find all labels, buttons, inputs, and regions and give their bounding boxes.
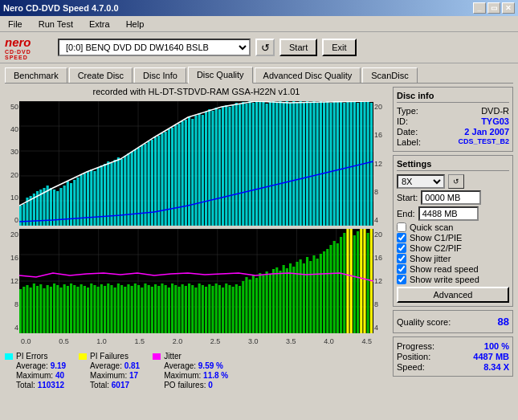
svg-rect-76 xyxy=(228,107,230,226)
speed-value: 8.34 X xyxy=(483,362,509,372)
svg-rect-140 xyxy=(47,285,49,333)
svg-rect-112 xyxy=(350,102,353,226)
advanced-button[interactable]: Advanced xyxy=(397,287,509,303)
position-value: 4487 MB xyxy=(473,352,509,361)
tab-createdisc[interactable]: Create Disc xyxy=(69,67,133,83)
svg-rect-157 xyxy=(104,286,106,333)
quality-row: Quality score: 88 xyxy=(397,316,509,328)
svg-rect-231 xyxy=(353,235,356,333)
svg-rect-78 xyxy=(235,103,238,226)
svg-rect-192 xyxy=(222,287,224,333)
end-label: End: xyxy=(397,209,415,218)
end-input[interactable] xyxy=(418,206,479,221)
svg-rect-185 xyxy=(198,283,201,333)
tab-scandisc[interactable]: ScanDisc xyxy=(362,67,417,83)
svg-rect-56 xyxy=(161,133,163,226)
svg-rect-163 xyxy=(124,287,126,333)
bottom-chart-wrapper: 20 16 12 8 4 xyxy=(5,229,388,333)
svg-rect-166 xyxy=(134,283,137,333)
disc-type-value: DVD-R xyxy=(481,106,509,116)
svg-rect-170 xyxy=(148,285,150,333)
drive-selector[interactable]: [0:0] BENQ DVD DD DW1640 BSLB xyxy=(58,39,251,56)
exit-button[interactable]: Exit xyxy=(322,39,356,56)
svg-rect-79 xyxy=(239,104,241,226)
svg-rect-160 xyxy=(114,287,116,333)
start-label: Start: xyxy=(397,193,418,202)
tab-advanceddisc[interactable]: Advanced Disc Quality xyxy=(255,67,361,83)
svg-rect-219 xyxy=(312,255,315,333)
start-button[interactable]: Start xyxy=(279,39,317,56)
toolbar: nero CD·DVD SPEED [0:0] BENQ DVD DD DW16… xyxy=(0,32,518,63)
pi-failures-total: 6017 xyxy=(112,381,129,389)
show-c2pif-checkbox[interactable] xyxy=(397,243,406,253)
logo-image: nero CD·DVD SPEED xyxy=(5,35,53,59)
svg-rect-171 xyxy=(151,287,153,333)
svg-rect-176 xyxy=(168,287,170,333)
svg-rect-77 xyxy=(232,104,235,226)
show-write-checkbox[interactable] xyxy=(397,275,406,284)
disc-label-value: CDS_TEST_B2 xyxy=(458,137,509,147)
speed-select[interactable]: 8X xyxy=(397,174,445,189)
svg-rect-226 xyxy=(336,243,339,333)
disc-info-panel: Disc info Type: DVD-R ID: TYG03 Date: 2 … xyxy=(393,87,513,152)
start-input[interactable] xyxy=(421,190,481,205)
disc-type-row: Type: DVD-R xyxy=(397,106,509,116)
pi-errors-color xyxy=(5,353,13,360)
svg-rect-180 xyxy=(182,284,184,333)
close-button[interactable]: ✕ xyxy=(502,2,515,14)
minimize-button[interactable]: _ xyxy=(473,2,486,14)
svg-rect-81 xyxy=(245,104,247,226)
svg-rect-111 xyxy=(346,101,349,226)
svg-rect-229 xyxy=(346,229,349,333)
quick-scan-checkbox[interactable] xyxy=(397,222,406,232)
svg-rect-218 xyxy=(309,261,312,333)
svg-rect-75 xyxy=(225,105,227,226)
svg-rect-220 xyxy=(316,259,319,333)
refresh-button[interactable]: ↺ xyxy=(255,39,275,56)
pi-failures-max: 17 xyxy=(129,371,138,380)
chart-area: recorded with HL-DT-STDVD-RAM GSA-H22N v… xyxy=(5,87,388,417)
svg-rect-175 xyxy=(165,285,167,333)
show-c1pie-checkbox[interactable] xyxy=(397,233,406,243)
svg-rect-58 xyxy=(168,129,170,226)
svg-rect-224 xyxy=(329,245,332,333)
svg-rect-174 xyxy=(161,283,163,333)
svg-rect-193 xyxy=(225,283,227,333)
refresh-settings-button[interactable]: ↺ xyxy=(448,174,464,189)
show-read-checkbox[interactable] xyxy=(397,264,406,274)
svg-rect-144 xyxy=(59,287,62,333)
svg-rect-159 xyxy=(110,285,112,333)
svg-rect-70 xyxy=(208,109,210,226)
svg-rect-184 xyxy=(194,287,197,333)
menu-runtest[interactable]: Run Test xyxy=(34,18,78,31)
tab-bar: Benchmark Create Disc Disc Info Disc Qua… xyxy=(0,63,518,83)
svg-rect-179 xyxy=(177,287,180,333)
tab-discquality[interactable]: Disc Quality xyxy=(188,67,253,84)
svg-rect-94 xyxy=(289,103,292,226)
svg-rect-86 xyxy=(262,101,264,226)
tab-benchmark[interactable]: Benchmark xyxy=(5,67,67,83)
svg-rect-83 xyxy=(252,103,255,226)
menu-file[interactable]: File xyxy=(3,18,27,31)
jitter-color xyxy=(153,353,161,360)
svg-rect-55 xyxy=(157,136,160,226)
svg-rect-187 xyxy=(205,287,207,333)
svg-rect-206 xyxy=(269,274,271,333)
svg-rect-204 xyxy=(262,275,264,333)
window-controls[interactable]: _ ▭ ✕ xyxy=(473,2,515,14)
menu-help[interactable]: Help xyxy=(121,18,149,31)
svg-rect-172 xyxy=(154,284,157,333)
svg-rect-207 xyxy=(272,269,275,333)
disc-info-title: Disc info xyxy=(397,91,509,103)
svg-rect-95 xyxy=(292,101,295,226)
menu-extra[interactable]: Extra xyxy=(84,18,115,31)
maximize-button[interactable]: ▭ xyxy=(487,2,500,14)
tab-discinfo[interactable]: Disc Info xyxy=(134,67,186,83)
svg-rect-211 xyxy=(286,268,288,333)
svg-rect-69 xyxy=(205,112,207,226)
svg-rect-108 xyxy=(336,102,339,226)
show-jitter-checkbox[interactable] xyxy=(397,254,406,263)
svg-rect-190 xyxy=(215,283,218,333)
svg-rect-146 xyxy=(67,286,69,333)
svg-rect-109 xyxy=(340,101,342,226)
